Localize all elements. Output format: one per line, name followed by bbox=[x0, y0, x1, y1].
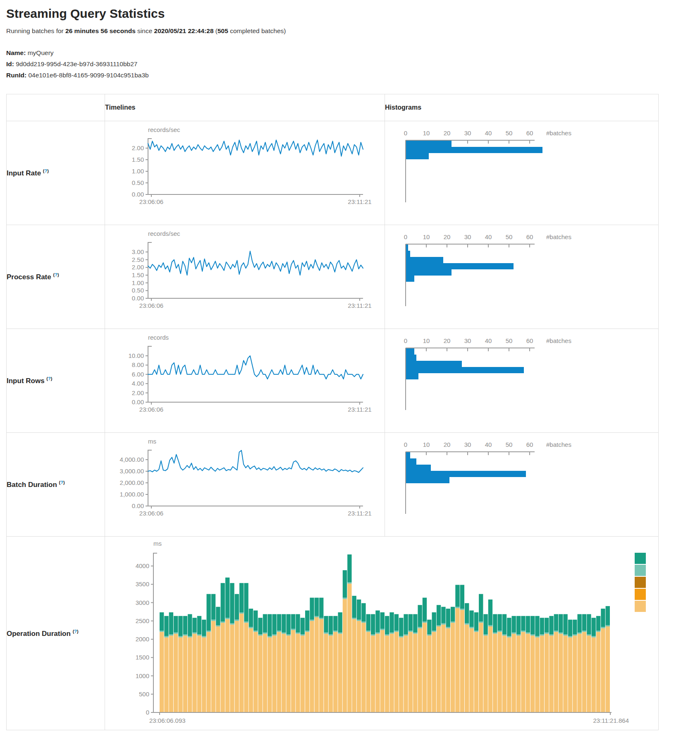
svg-text:#batches: #batches bbox=[546, 233, 571, 240]
svg-text:8.00: 8.00 bbox=[132, 361, 144, 368]
svg-text:2500: 2500 bbox=[136, 617, 149, 624]
process-rate-timeline-chart: records/sec3.002.502.001.501.000.500.002… bbox=[105, 225, 385, 316]
timeline-svg: records/sec3.002.502.001.501.000.500.002… bbox=[105, 225, 385, 316]
svg-text:50: 50 bbox=[506, 233, 513, 240]
svg-text:30: 30 bbox=[464, 337, 471, 344]
stacked-svg: ms4000350030002500200015001000500023:06:… bbox=[105, 537, 658, 729]
svg-text:2.00: 2.00 bbox=[132, 264, 144, 271]
input-rate-label: Input Rate bbox=[7, 169, 41, 177]
svg-text:4000: 4000 bbox=[136, 562, 149, 569]
svg-text:2.00: 2.00 bbox=[132, 389, 144, 396]
batch-duration-row: Batch Duration (?) ms4,000.003,000.002,0… bbox=[7, 433, 659, 537]
svg-text:0.50: 0.50 bbox=[132, 179, 144, 186]
svg-text:0: 0 bbox=[146, 709, 149, 716]
batch-duration-help-icon[interactable]: (?) bbox=[59, 480, 65, 485]
query-id-label: Id: bbox=[6, 60, 14, 67]
timeline-svg: records10.008.006.004.002.000.0023:06:06… bbox=[105, 329, 385, 420]
query-name-value: myQuery bbox=[28, 49, 54, 56]
process-rate-timeline-cell: records/sec3.002.502.001.501.000.500.002… bbox=[105, 225, 385, 329]
svg-text:40: 40 bbox=[485, 233, 492, 240]
svg-text:records: records bbox=[148, 334, 169, 341]
input-rows-histogram-chart: 0102030405060#batches bbox=[385, 329, 658, 428]
input-rate-histogram-chart: 0102030405060#batches bbox=[385, 121, 658, 221]
operation-duration-help-icon[interactable]: (?) bbox=[73, 629, 79, 634]
svg-text:0: 0 bbox=[404, 233, 407, 240]
svg-text:1.50: 1.50 bbox=[132, 271, 144, 278]
timeline-svg: ms4,000.003,000.002,000.001,000.000.0023… bbox=[105, 433, 385, 524]
input-rate-help-icon[interactable]: (?) bbox=[43, 168, 49, 173]
input-rows-histogram-cell: 0102030405060#batches bbox=[385, 329, 659, 433]
svg-text:2,000.00: 2,000.00 bbox=[120, 479, 144, 486]
svg-text:30: 30 bbox=[464, 233, 471, 240]
histogram-svg: 0102030405060#batches bbox=[385, 433, 658, 532]
svg-text:23:06:06: 23:06:06 bbox=[139, 406, 163, 413]
svg-text:10.00: 10.00 bbox=[128, 352, 144, 359]
query-id-line: Id: 9d0dd219-995d-423e-b97d-36931110bb27 bbox=[6, 58, 700, 70]
summary-suffix: completed batches) bbox=[228, 27, 286, 34]
timeline-svg: records/sec2.001.501.000.500.0023:06:062… bbox=[105, 121, 385, 212]
svg-text:23:06:06: 23:06:06 bbox=[139, 302, 163, 309]
svg-text:60: 60 bbox=[526, 441, 533, 448]
svg-text:4,000.00: 4,000.00 bbox=[120, 456, 144, 463]
legend-swatch bbox=[635, 577, 646, 588]
process-rate-row: Process Rate (?) records/sec3.002.502.00… bbox=[7, 225, 659, 329]
svg-text:ms: ms bbox=[148, 438, 156, 445]
svg-text:2000: 2000 bbox=[136, 635, 149, 643]
svg-text:10: 10 bbox=[423, 129, 430, 137]
svg-text:23:11:21: 23:11:21 bbox=[348, 198, 371, 205]
svg-text:3000: 3000 bbox=[136, 599, 149, 606]
svg-text:1000: 1000 bbox=[136, 672, 149, 679]
svg-text:20: 20 bbox=[444, 441, 451, 448]
histogram-svg: 0102030405060#batches bbox=[385, 329, 658, 428]
svg-text:records/sec: records/sec bbox=[148, 230, 180, 237]
summary-start-time: 2020/05/21 22:44:28 bbox=[154, 27, 214, 34]
svg-text:20: 20 bbox=[444, 129, 451, 137]
svg-text:10: 10 bbox=[423, 441, 430, 448]
batch-duration-histogram-cell: 0102030405060#batches bbox=[385, 433, 659, 537]
svg-text:0.00: 0.00 bbox=[132, 191, 144, 198]
histogram-svg: 0102030405060#batches bbox=[385, 225, 658, 324]
legend-swatch bbox=[635, 553, 646, 564]
svg-text:4.00: 4.00 bbox=[132, 380, 144, 387]
operation-duration-label-cell: Operation Duration (?) bbox=[7, 537, 105, 730]
input-rows-help-icon[interactable]: (?) bbox=[46, 376, 52, 381]
svg-text:0.00: 0.00 bbox=[132, 295, 144, 302]
svg-text:23:11:21: 23:11:21 bbox=[348, 302, 371, 309]
batch-duration-histogram-chart: 0102030405060#batches bbox=[385, 433, 658, 532]
svg-text:1.00: 1.00 bbox=[132, 279, 144, 286]
svg-text:23:06:06: 23:06:06 bbox=[139, 510, 163, 517]
query-id-value: 9d0dd219-995d-423e-b97d-36931110bb27 bbox=[16, 60, 137, 67]
input-rate-row: Input Rate (?) records/sec2.001.501.000.… bbox=[7, 121, 659, 225]
svg-text:50: 50 bbox=[506, 441, 513, 448]
svg-text:#batches: #batches bbox=[546, 129, 571, 137]
svg-text:#batches: #batches bbox=[546, 441, 571, 448]
svg-text:10: 10 bbox=[423, 337, 430, 344]
legend-swatch bbox=[635, 601, 646, 612]
streaming-query-statistics-page: { "page": { "title": "Streaming Query St… bbox=[0, 7, 700, 753]
query-runid-line: RunId: 04e101e6-8bf8-4165-9099-9104c951b… bbox=[6, 70, 700, 81]
svg-text:23:06:06.093: 23:06:06.093 bbox=[149, 717, 186, 724]
process-rate-help-icon[interactable]: (?) bbox=[53, 272, 59, 277]
svg-text:ms: ms bbox=[153, 540, 162, 547]
svg-text:1,000.00: 1,000.00 bbox=[120, 491, 144, 498]
query-runid-label: RunId: bbox=[6, 72, 26, 79]
batch-duration-label: Batch Duration bbox=[7, 481, 57, 489]
svg-text:6.00: 6.00 bbox=[132, 371, 144, 378]
operation-duration-chart-cell: ms4000350030002500200015001000500023:06:… bbox=[105, 537, 659, 730]
query-name-line: Name: myQuery bbox=[6, 47, 700, 58]
query-info-block: Name: myQuery Id: 9d0dd219-995d-423e-b97… bbox=[6, 47, 700, 81]
process-rate-histogram-chart: 0102030405060#batches bbox=[385, 225, 658, 324]
input-rows-timeline-cell: records10.008.006.004.002.000.0023:06:06… bbox=[105, 329, 385, 433]
operation-duration-row: Operation Duration (?) ms400035003000250… bbox=[7, 537, 659, 730]
page-title: Streaming Query Statistics bbox=[6, 7, 700, 21]
legend-swatch bbox=[635, 565, 646, 576]
svg-text:#batches: #batches bbox=[546, 337, 571, 344]
svg-text:2.50: 2.50 bbox=[132, 256, 144, 263]
svg-text:60: 60 bbox=[526, 129, 533, 137]
header-timelines: Timelines bbox=[105, 94, 385, 121]
svg-text:60: 60 bbox=[526, 337, 533, 344]
svg-text:40: 40 bbox=[485, 337, 492, 344]
svg-text:10: 10 bbox=[423, 233, 430, 240]
input-rate-timeline-cell: records/sec2.001.501.000.500.0023:06:062… bbox=[105, 121, 385, 225]
table-header-row: Timelines Histograms bbox=[7, 94, 659, 121]
